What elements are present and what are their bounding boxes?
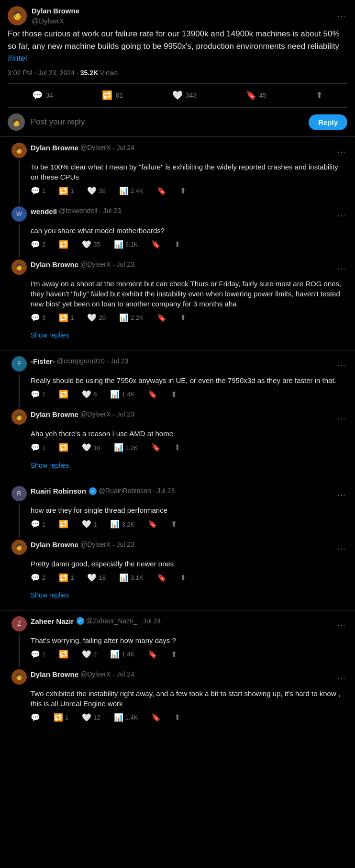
- like-action[interactable]: 🤍1: [82, 519, 97, 530]
- share-action[interactable]: ⬆: [180, 313, 186, 323]
- thread-4: Z Zaheer Nazir ✓ @Zaheer_Nazir_ · Jul 24…: [0, 610, 355, 737]
- commenter-name: Dylan Browne: [31, 143, 78, 153]
- like-action[interactable]: 🤍 343: [172, 90, 197, 101]
- share-action[interactable]: ⬆: [171, 389, 177, 400]
- thread-header: -Fister- @compguru910 · Jul 23 ···: [31, 356, 347, 373]
- share-action[interactable]: ⬆: [174, 239, 180, 250]
- verified-badge: ✓: [89, 487, 97, 495]
- share-action[interactable]: ⬆: [171, 519, 177, 530]
- comment-actions: 💬2 🔁1 🤍18 📊3.1K 🔖 ⬆: [31, 573, 347, 583]
- more-options-button[interactable]: ···: [335, 486, 347, 503]
- bookmark-action[interactable]: 🔖: [151, 239, 161, 250]
- bookmark-action[interactable]: 🔖: [157, 186, 166, 196]
- retweet-action[interactable]: 🔁1: [54, 712, 68, 723]
- reply-input[interactable]: [31, 117, 303, 127]
- more-options-button[interactable]: ···: [335, 669, 347, 687]
- thread-meta: Dylan Browne @DylserX · Jul 24: [31, 143, 134, 153]
- like-action[interactable]: 🤍35: [82, 239, 100, 250]
- reply-action[interactable]: 💬1: [31, 649, 45, 660]
- share-action[interactable]: ⬆: [316, 90, 323, 101]
- thread-meta: Zaheer Nazir ✓ @Zaheer_Nazir_ · Jul 24: [31, 616, 161, 626]
- commenter-handle: @compguru910: [57, 357, 105, 366]
- comment-actions: 💬1 🔁 🤍8 📊1.4K 🔖 ⬆: [31, 389, 347, 400]
- bookmark-action[interactable]: 🔖: [148, 649, 157, 660]
- more-options-button[interactable]: ···: [335, 259, 347, 277]
- comment-actions: 💬3 🔁1 🤍20 📊2.2K 🔖 ⬆: [31, 313, 347, 323]
- heart-icon: 🤍: [82, 239, 91, 250]
- more-options-button[interactable]: ···: [335, 143, 347, 160]
- retweet-action[interactable]: 🔁 61: [102, 90, 123, 101]
- commenter-name: Dylan Browne: [31, 409, 78, 419]
- show-replies-2[interactable]: Show replies: [31, 457, 69, 476]
- hashtag[interactable]: #intel: [8, 54, 27, 63]
- reply-action[interactable]: 💬: [31, 712, 40, 723]
- bookmark-action[interactable]: 🔖: [148, 389, 157, 400]
- more-options-button[interactable]: ···: [335, 356, 347, 373]
- retweet-action[interactable]: 🔁: [59, 649, 68, 660]
- more-options-button[interactable]: ···: [335, 7, 347, 24]
- more-options-button[interactable]: ···: [335, 206, 347, 224]
- thread-content: Ruairi Robinson ✓ @RuairiRobinson · Jul …: [31, 486, 347, 537]
- bookmark-icon: 🔖: [157, 573, 166, 583]
- bookmark-action[interactable]: 🔖: [148, 519, 157, 530]
- reply-action[interactable]: 💬2: [31, 573, 45, 583]
- share-action[interactable]: ⬆: [174, 442, 180, 453]
- comment-text: how are they for single thread performan…: [31, 505, 347, 515]
- bookmark-action[interactable]: 🔖 45: [246, 90, 267, 101]
- reply-action[interactable]: 💬 34: [32, 90, 53, 101]
- views-action: 📊3.2K: [110, 519, 134, 530]
- like-action[interactable]: 🤍8: [82, 389, 97, 400]
- reply-action[interactable]: 💬1: [31, 442, 45, 453]
- bookmark-icon: 🔖: [148, 389, 157, 400]
- commenter-handle: @DylserX: [80, 410, 111, 419]
- retweet-action[interactable]: 🔁: [59, 389, 68, 400]
- avatar: 🧑: [11, 259, 27, 275]
- commenter-handle: @tekwendell: [59, 206, 97, 216]
- top-comment-4: Z Zaheer Nazir ✓ @Zaheer_Nazir_ · Jul 24…: [0, 610, 355, 667]
- like-action[interactable]: 🤍18: [87, 573, 105, 583]
- more-options-button[interactable]: ···: [335, 409, 347, 427]
- user-info: Dylan Browne @DylserX: [32, 6, 79, 26]
- retweet-icon: 🔁: [59, 389, 68, 400]
- show-replies-1[interactable]: Show replies: [31, 327, 69, 346]
- retweet-action[interactable]: 🔁: [59, 239, 68, 250]
- show-replies-3[interactable]: Show replies: [31, 587, 69, 606]
- like-action[interactable]: 🤍10: [82, 442, 100, 453]
- like-action[interactable]: 🤍2: [82, 649, 97, 660]
- like-action[interactable]: 🤍20: [87, 313, 105, 323]
- bookmark-action[interactable]: 🔖: [151, 442, 161, 453]
- views-action: 📊3.1K: [114, 239, 138, 250]
- reply-action[interactable]: 💬1: [31, 389, 45, 400]
- retweet-action[interactable]: 🔁1: [59, 186, 74, 196]
- retweet-action[interactable]: 🔁1: [59, 573, 74, 583]
- like-action[interactable]: 🤍12: [82, 712, 100, 723]
- retweet-action[interactable]: 🔁: [59, 442, 68, 453]
- bookmark-action[interactable]: 🔖: [157, 313, 166, 323]
- reply-action[interactable]: 💬2: [31, 239, 45, 250]
- share-action[interactable]: ⬆: [180, 186, 186, 196]
- bookmark-action[interactable]: 🔖: [157, 573, 166, 583]
- like-action[interactable]: 🤍38: [87, 186, 105, 196]
- thread-left: 🧑: [8, 143, 31, 204]
- retweet-icon: 🔁: [59, 649, 68, 660]
- tweet-text: For those curious at work our failure ra…: [8, 28, 347, 65]
- more-options-button[interactable]: ···: [335, 616, 347, 633]
- tweet-meta: 3:02 PM · Jul 23, 2024 · 35.2K Views: [8, 68, 347, 78]
- share-action[interactable]: ⬆: [171, 649, 177, 660]
- reply-action[interactable]: 💬3: [31, 313, 45, 323]
- comment-date: Jul 24: [143, 617, 161, 626]
- reply-action[interactable]: 💬1: [31, 519, 45, 530]
- share-action[interactable]: ⬆: [174, 712, 180, 723]
- more-options-button[interactable]: ···: [335, 540, 347, 557]
- thread-left: Z: [8, 616, 31, 667]
- share-action[interactable]: ⬆: [180, 573, 186, 583]
- reply-button[interactable]: Reply: [309, 114, 347, 130]
- views-icon: 📊: [110, 389, 120, 400]
- reply-action[interactable]: 💬1: [31, 186, 45, 196]
- thread-line: [19, 503, 20, 537]
- bookmark-action[interactable]: 🔖: [151, 712, 161, 723]
- heart-icon: 🤍: [82, 389, 91, 400]
- retweet-action[interactable]: 🔁: [59, 519, 68, 530]
- reply-dylan-3: 🧑 Dylan Browne @DylserX · Jul 23 ··· Pre…: [0, 538, 355, 610]
- retweet-action[interactable]: 🔁1: [59, 313, 74, 323]
